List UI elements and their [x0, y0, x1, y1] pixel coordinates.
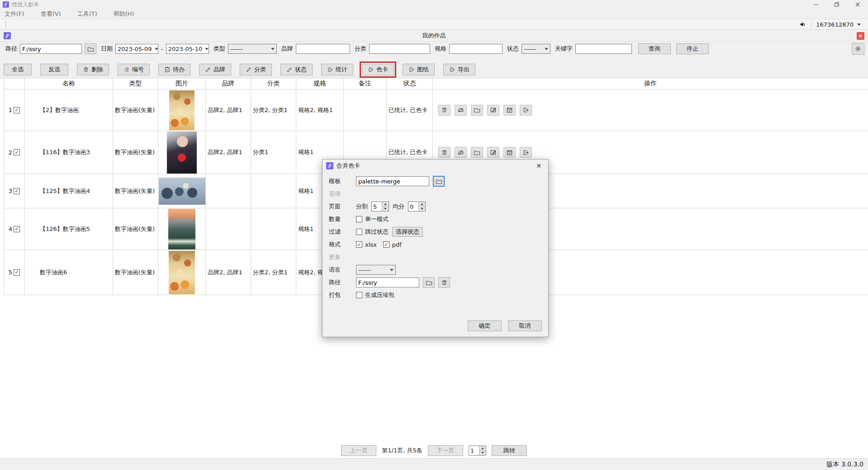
row-edit-button[interactable] [487, 147, 499, 158]
row-export-button[interactable] [520, 105, 532, 116]
zip-checkbox[interactable] [356, 292, 362, 298]
brand-input[interactable] [296, 44, 350, 54]
row-checkbox[interactable] [14, 226, 20, 232]
artwork-thumbnail[interactable] [167, 132, 197, 174]
stepper-down[interactable] [419, 207, 425, 212]
row-edit-button[interactable] [487, 105, 499, 116]
delete-button[interactable]: 删除 [77, 64, 109, 75]
skip-status-checkbox[interactable] [356, 229, 362, 235]
drawing-button[interactable]: 图纸 [403, 64, 435, 75]
category-edit-button[interactable]: 分类 [240, 64, 272, 75]
artwork-thumbnail[interactable] [169, 251, 195, 294]
dialog-close-button[interactable]: ✕ [533, 160, 545, 171]
minimize-button[interactable] [806, 0, 826, 9]
stepper-up[interactable] [382, 202, 389, 207]
brand-edit-button[interactable]: 品牌 [199, 64, 231, 75]
menu-view[interactable]: 查看(V) [41, 10, 61, 18]
row-checkbox[interactable] [14, 149, 20, 155]
chevron-down-icon [271, 48, 275, 50]
status-select[interactable]: ------ [522, 44, 550, 54]
todo-button[interactable]: 待办 [158, 64, 190, 75]
ok-button[interactable]: 确定 [468, 320, 502, 331]
menu-file[interactable]: 文件(F) [5, 10, 24, 18]
jump-button[interactable]: 跳转 [492, 445, 527, 456]
status-edit-button[interactable]: 状态 [280, 64, 313, 75]
pencil-icon [205, 66, 211, 73]
row-cloud-off-button[interactable] [455, 147, 467, 158]
search-button[interactable]: 查询 [638, 43, 671, 54]
pdf-checkbox[interactable] [383, 241, 389, 248]
stats-button[interactable]: 统计 [321, 64, 353, 75]
stop-button[interactable]: 停止 [676, 43, 709, 54]
even-stepper[interactable]: 0 [408, 202, 426, 212]
cancel-button[interactable]: 取消 [508, 320, 542, 331]
stepper-down[interactable] [382, 207, 389, 212]
next-page-button[interactable]: 下一页 [428, 445, 463, 456]
stepper-down[interactable] [479, 451, 486, 456]
header-category: 分类 [251, 78, 296, 89]
work-brand: 品牌2, 品牌1 [206, 250, 251, 295]
row-open-folder-button[interactable] [471, 105, 483, 116]
spec-input[interactable] [449, 44, 503, 54]
inner-close-button[interactable]: × [857, 32, 864, 40]
category-input[interactable] [369, 44, 430, 54]
row-open-folder-button[interactable] [471, 147, 483, 158]
artwork-thumbnail[interactable] [159, 178, 205, 205]
row-checkbox[interactable] [14, 188, 20, 194]
row-export-button[interactable] [520, 147, 532, 158]
artwork-thumbnail[interactable] [168, 209, 195, 249]
row-checkbox[interactable] [14, 269, 20, 276]
type-select[interactable]: ------ [228, 44, 277, 54]
export-icon [522, 107, 529, 113]
work-type: 数字油画(矢量) [113, 89, 158, 131]
dialog-titlebar: 合并色卡 ✕ [323, 160, 548, 172]
row-cloud-off-button[interactable] [455, 105, 467, 116]
megaphone-icon[interactable] [799, 21, 806, 28]
stepper-up[interactable] [479, 446, 486, 451]
settings-button[interactable] [852, 43, 864, 55]
output-folder-button[interactable] [423, 277, 435, 288]
output-path-input[interactable] [356, 277, 419, 287]
maximize-button[interactable] [826, 0, 847, 9]
row-delete-button[interactable] [438, 105, 451, 116]
date-from-select[interactable]: 2023-05-09 [115, 44, 158, 54]
invert-selection-button[interactable]: 反选 [40, 64, 68, 75]
stepper-up[interactable] [419, 202, 425, 207]
account-dropdown[interactable]: 1673612870 [816, 21, 863, 28]
keyword-input[interactable] [575, 44, 632, 54]
path-folder-button[interactable] [85, 43, 96, 54]
page-number-stepper[interactable]: 1 [469, 446, 486, 456]
artwork-thumbnail[interactable] [169, 90, 194, 130]
palette-button[interactable]: 色卡 [362, 64, 394, 75]
row-schedule-button[interactable] [503, 147, 516, 158]
menu-help[interactable]: 帮助(H) [114, 10, 134, 18]
number-button[interactable]: 编号 [118, 64, 150, 75]
export-icon [408, 66, 415, 73]
xlsx-checkbox[interactable] [356, 241, 362, 248]
work-spec: 规格2, 规格1 [296, 89, 344, 131]
select-all-button[interactable]: 全选 [4, 64, 32, 75]
template-input[interactable] [356, 176, 429, 186]
row-number: 1 [9, 107, 12, 113]
single-mode-checkbox[interactable] [356, 216, 362, 222]
template-folder-button[interactable] [433, 176, 445, 187]
row-checkbox[interactable] [14, 107, 20, 113]
row-number: 4 [9, 226, 12, 232]
work-type: 数字油画(矢量) [113, 174, 158, 208]
language-select[interactable]: ------ [356, 265, 396, 275]
export-button[interactable]: 导出 [443, 64, 475, 75]
path-input[interactable] [20, 44, 82, 54]
export-icon [327, 66, 333, 73]
row-delete-button[interactable] [438, 147, 451, 158]
output-clear-button[interactable] [438, 277, 450, 288]
work-category [251, 208, 296, 249]
close-button[interactable]: × [847, 0, 868, 9]
row-schedule-button[interactable] [503, 105, 516, 116]
toolbar-drag-handle[interactable] [5, 21, 7, 28]
calendar-check-icon [506, 149, 513, 156]
prev-page-button[interactable]: 上一页 [341, 445, 376, 456]
menu-tools[interactable]: 工具(T) [77, 10, 97, 18]
split-stepper[interactable]: 5 [371, 202, 389, 212]
select-status-button[interactable]: 选择状态 [392, 227, 423, 237]
date-to-select[interactable]: 2023-05-10 [166, 44, 209, 54]
